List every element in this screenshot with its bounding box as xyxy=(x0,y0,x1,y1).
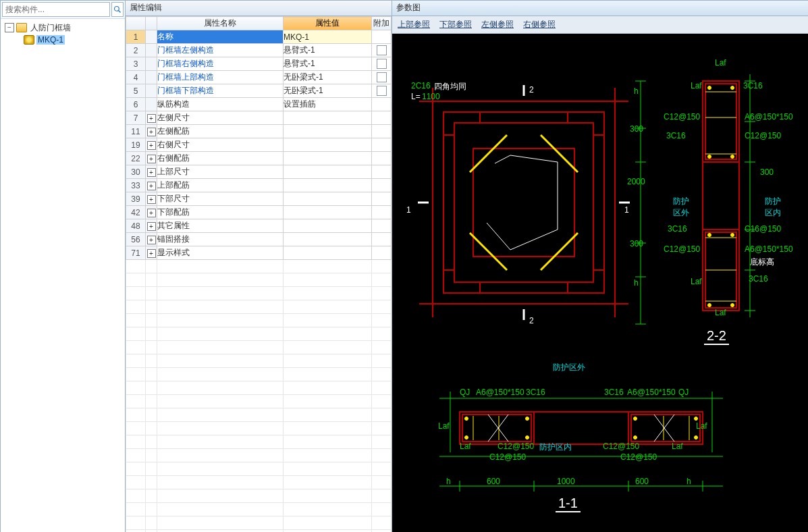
row-expand[interactable]: + xyxy=(146,165,157,179)
expand-icon[interactable]: + xyxy=(147,195,156,204)
row-value[interactable]: MKQ-1 xyxy=(284,30,372,44)
row-value[interactable]: 悬臂式-1 xyxy=(284,44,372,57)
s22-c12a: C12@150 xyxy=(664,112,700,122)
grid-row[interactable]: 39+下部尺寸 xyxy=(126,192,392,206)
grid-row[interactable]: 2门框墙左侧构造悬臂式-1 xyxy=(126,44,392,57)
row-value[interactable] xyxy=(284,206,372,219)
row-value[interactable] xyxy=(284,179,372,192)
grid-blank-row xyxy=(126,516,392,530)
dim-h2: h xyxy=(634,278,639,288)
expand-icon[interactable]: + xyxy=(147,222,156,231)
row-expand[interactable]: + xyxy=(146,192,157,206)
row-expand[interactable]: + xyxy=(146,125,157,138)
grid-header-value[interactable]: 属性值 xyxy=(284,17,372,30)
diagram-title: 参数图 xyxy=(392,1,808,16)
expand-icon[interactable]: + xyxy=(147,114,156,123)
grid-row[interactable]: 56+锚固搭接 xyxy=(126,233,392,246)
expand-icon[interactable]: + xyxy=(147,128,156,136)
row-extra xyxy=(372,111,392,125)
checkbox-icon[interactable] xyxy=(377,45,387,55)
checkbox-icon[interactable] xyxy=(377,86,387,96)
grid-row[interactable]: 4门框墙上部构造无卧梁式-1 xyxy=(126,71,392,84)
row-name: 右侧配筋 xyxy=(157,152,284,165)
row-extra[interactable] xyxy=(372,44,392,57)
row-value[interactable] xyxy=(284,246,372,260)
row-name[interactable]: 门框墙下部构造 xyxy=(157,84,284,98)
row-value[interactable] xyxy=(284,165,372,179)
grid-row[interactable]: 22+右侧配筋 xyxy=(126,152,392,165)
grid-row[interactable]: 1名称MKQ-1 xyxy=(126,30,392,44)
property-grid[interactable]: 属性名称 属性值 附加 1名称MKQ-12门框墙左侧构造悬臂式-13门框墙右侧构… xyxy=(126,16,392,532)
grid-row[interactable]: 33+上部配筋 xyxy=(126,179,392,192)
grid-row[interactable]: 11+左侧配筋 xyxy=(126,125,392,138)
row-expand[interactable]: + xyxy=(146,152,157,165)
row-value[interactable] xyxy=(284,125,372,138)
plan-mark-2a: 2 xyxy=(529,85,534,95)
checkbox-icon[interactable] xyxy=(377,72,387,82)
row-value[interactable]: 悬臂式-1 xyxy=(284,57,372,71)
row-expand[interactable]: + xyxy=(146,246,157,260)
search-button[interactable] xyxy=(111,2,124,17)
row-expand[interactable]: + xyxy=(146,219,157,233)
grid-row[interactable]: 7+左侧尺寸 xyxy=(126,111,392,125)
grid-row[interactable]: 30+上部尺寸 xyxy=(126,165,392,179)
row-extra[interactable] xyxy=(372,71,392,84)
row-name: 其它属性 xyxy=(157,219,284,233)
grid-row[interactable]: 6纵筋构造设置插筋 xyxy=(126,98,392,111)
row-value[interactable]: 设置插筋 xyxy=(284,98,372,111)
expand-icon[interactable]: + xyxy=(147,236,156,244)
row-expand[interactable]: + xyxy=(146,138,157,152)
row-value[interactable] xyxy=(284,219,372,233)
row-extra[interactable] xyxy=(372,57,392,71)
row-value[interactable] xyxy=(284,138,372,152)
s11-3c16r: 3C16 xyxy=(604,388,624,397)
svg-rect-65 xyxy=(462,415,531,442)
grid-row[interactable]: 3门框墙右侧构造悬臂式-1 xyxy=(126,57,392,71)
row-expand[interactable]: + xyxy=(146,179,157,192)
row-num: 22 xyxy=(126,152,146,165)
expand-icon[interactable]: + xyxy=(147,249,156,258)
grid-row[interactable]: 42+下部配筋 xyxy=(126,206,392,219)
row-value[interactable]: 无卧梁式-1 xyxy=(284,71,372,84)
tree-toggle-icon[interactable]: − xyxy=(5,23,14,32)
tree-child-row[interactable]: MKQ-1 xyxy=(2,34,124,46)
row-value[interactable] xyxy=(284,152,372,165)
grid-row[interactable]: 19+右侧尺寸 xyxy=(126,138,392,152)
s22-c12b: C12@150 xyxy=(745,131,781,140)
row-name[interactable]: 门框墙右侧构造 xyxy=(157,57,284,71)
row-name[interactable]: 门框墙左侧构造 xyxy=(157,44,284,57)
row-value[interactable] xyxy=(284,233,372,246)
grid-row[interactable]: 71+显示样式 xyxy=(126,246,392,260)
dim-300a: 300 xyxy=(630,124,643,134)
grid-header-name[interactable]: 属性名称 xyxy=(157,17,284,30)
row-expand[interactable]: + xyxy=(146,233,157,246)
row-name: 左侧尺寸 xyxy=(157,111,284,125)
row-extra[interactable] xyxy=(372,84,392,98)
cad-viewport[interactable]: 2C16 四角均同 L= 1100 2 2 1 1 h 300 2000 300… xyxy=(392,34,808,532)
expand-icon[interactable]: + xyxy=(147,155,156,163)
expand-icon[interactable]: + xyxy=(147,182,156,190)
search-input[interactable] xyxy=(2,2,110,17)
grid-header-extra[interactable]: 附加 xyxy=(372,17,392,30)
tab-right-ref[interactable]: 右侧参照 xyxy=(523,19,556,30)
row-value[interactable] xyxy=(284,111,372,125)
svg-point-71 xyxy=(526,417,529,421)
component-tree[interactable]: − 人防门框墙 MKQ-1 xyxy=(1,19,125,532)
row-value[interactable]: 无卧梁式-1 xyxy=(284,84,372,98)
expand-icon[interactable]: + xyxy=(147,168,156,177)
row-expand[interactable]: + xyxy=(146,206,157,219)
tab-left-ref[interactable]: 左侧参照 xyxy=(481,19,514,30)
tab-bottom-ref[interactable]: 下部参照 xyxy=(439,19,472,30)
row-value[interactable] xyxy=(284,192,372,206)
grid-row[interactable]: 5门框墙下部构造无卧梁式-1 xyxy=(126,84,392,98)
tab-top-ref[interactable]: 上部参照 xyxy=(398,19,430,30)
checkbox-icon[interactable] xyxy=(377,59,387,69)
row-expand[interactable]: + xyxy=(146,111,157,125)
expand-icon[interactable]: + xyxy=(147,141,156,150)
grid-row[interactable]: 48+其它属性 xyxy=(126,219,392,233)
row-name[interactable]: 门框墙上部构造 xyxy=(157,71,284,84)
tree-root-row[interactable]: − 人防门框墙 xyxy=(2,22,124,34)
expand-icon[interactable]: + xyxy=(147,209,156,217)
grid-blank-row xyxy=(126,395,392,408)
label-corners: 四角均同 xyxy=(434,81,466,92)
